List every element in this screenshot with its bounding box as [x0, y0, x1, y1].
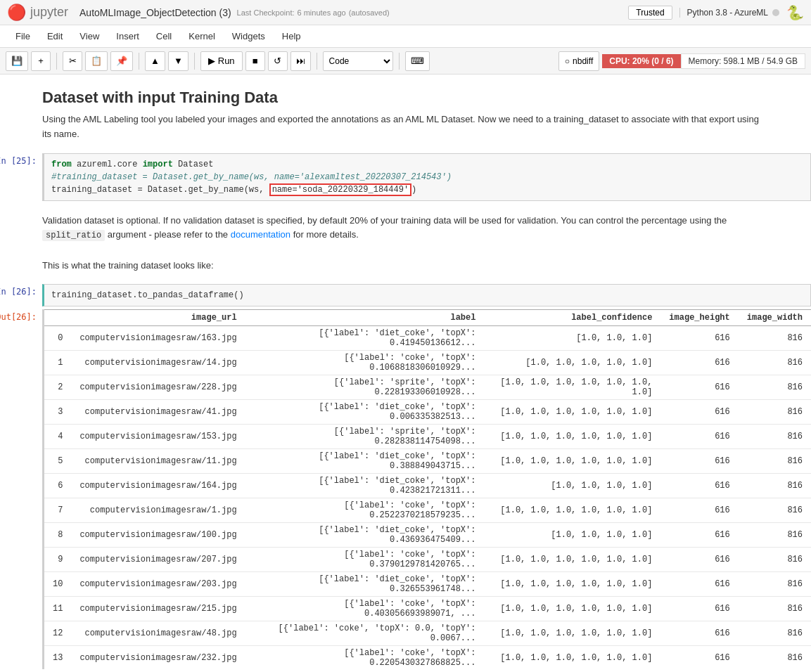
table-cell: 616 [660, 351, 738, 375]
code-comment: #training_dataset = Dataset.get_by_name(… [51, 172, 452, 182]
menu-insert[interactable]: Insert [108, 28, 148, 44]
table-row: 10computervisionimagesraw/203.jpg[{'labe… [44, 572, 811, 597]
cell-25-left: In [25]: [0, 153, 42, 201]
cell-26-input[interactable]: training_dataset.to_pandas_dataframe() [42, 284, 811, 306]
run-label: Run [218, 56, 235, 66]
save-button[interactable]: 💾 [6, 51, 28, 71]
code-line-2: #training_dataset = Dataset.get_by_name(… [51, 171, 803, 183]
table-row: 11computervisionimagesraw/215.jpg[{'labe… [44, 597, 811, 621]
kernel-status-dot [772, 9, 779, 16]
menu-kernel[interactable]: Kernel [180, 28, 224, 44]
table-cell: computervisionimagesraw/232.jpg [71, 646, 245, 669]
cell-25-prompt: In [25]: [0, 156, 37, 166]
menu-cell[interactable]: Cell [148, 28, 180, 44]
run-button[interactable]: ▶ Run [200, 51, 243, 71]
table-cell: 7 [44, 498, 71, 523]
table-cell: 8 [44, 523, 71, 548]
table-cell: computervisionimagesraw/228.jpg [71, 375, 245, 400]
table-cell: [{'label': 'coke', 'topX': 0.37901297814… [245, 548, 485, 572]
restart-button[interactable]: ↺ [268, 51, 288, 71]
trusted-button[interactable]: Trusted [628, 6, 672, 20]
table-cell: 816 [739, 351, 811, 375]
python-icon: 🐍 [786, 4, 804, 21]
output-26-right: image_url label label_confidence image_h… [42, 309, 811, 669]
table-cell: [{'label': 'diet_coke', 'topX': 0.436936… [245, 523, 485, 548]
cut-button[interactable]: ✂ [63, 51, 82, 71]
table-row: 1computervisionimagesraw/14.jpg[{'label'… [44, 351, 811, 375]
table-cell: 616 [660, 474, 738, 498]
table-cell: 816 [739, 523, 811, 548]
table-cell: 616 [660, 449, 738, 474]
table-cell: [{'label': 'coke', 'topX': 0.10688183060… [245, 351, 485, 375]
table-cell: [{'label': 'diet_coke', 'topX': 0.006335… [245, 400, 485, 425]
kernel-info: Python 3.8 - AzureML [679, 8, 779, 18]
checkpoint-label: Last Checkpoint: [237, 8, 295, 17]
table-cell: computervisionimagesraw/215.jpg [71, 597, 245, 621]
run-icon: ▶ [208, 56, 215, 66]
toolbar-separator-1 [56, 53, 57, 70]
table-row: 13computervisionimagesraw/232.jpg[{'labe… [44, 646, 811, 669]
nbdiff-button[interactable]: ○ nbdiff [558, 51, 599, 71]
cell-type-select[interactable]: Code Markdown Raw [323, 51, 393, 71]
code-prefix: training_dataset = Dataset.get_by_name(w… [51, 185, 269, 195]
text5-content: This is what the training dataset looks … [42, 260, 214, 271]
table-cell: 13 [44, 646, 71, 669]
keyboard-button[interactable]: ⌨ [405, 51, 430, 71]
table-cell: 6 [44, 474, 71, 498]
col-index [44, 310, 71, 326]
table-cell: 616 [660, 326, 738, 351]
table-cell: [1.0, 1.0, 1.0, 1.0] [484, 523, 660, 548]
cell-25-input[interactable]: from azureml.core import Dataset #traini… [42, 153, 811, 201]
jupyter-logo-icon: 🔴 [7, 4, 26, 22]
kw-import: import [143, 160, 173, 169]
table-row: 9computervisionimagesraw/207.jpg[{'label… [44, 548, 811, 572]
menu-edit[interactable]: Edit [39, 28, 71, 44]
cell-25-right[interactable]: from azureml.core import Dataset #traini… [42, 153, 811, 201]
table-cell: [1.0, 1.0, 1.0, 1.0] [484, 474, 660, 498]
table-cell: 816 [739, 400, 811, 425]
table-cell: 1 [44, 351, 71, 375]
table-cell: 5 [44, 449, 71, 474]
table-row: 7computervisionimagesraw/1.jpg[{'label':… [44, 498, 811, 523]
table-cell: [1.0, 1.0, 1.0, 1.0, 1.0, 1.0] [484, 425, 660, 449]
col-label-confidence: label_confidence [484, 310, 660, 326]
output-26-left: Out[26]: [0, 309, 42, 669]
table-cell: 816 [739, 597, 811, 621]
documentation-link[interactable]: documentation [231, 229, 290, 240]
code-line-1: from azureml.core import Dataset [51, 158, 803, 171]
table-cell: [{'label': 'diet_coke', 'topX': 0.326553… [245, 572, 485, 597]
table-cell: [1.0, 1.0, 1.0, 1.0, 1.0, 1.0] [484, 498, 660, 523]
menu-widgets[interactable]: Widgets [224, 28, 274, 44]
table-cell: 816 [739, 621, 811, 646]
paste-button[interactable]: 📌 [110, 51, 133, 71]
move-down-button[interactable]: ▼ [168, 51, 189, 71]
table-cell: 816 [739, 375, 811, 400]
table-cell: [{'label': 'diet_coke', 'topX': 0.388849… [245, 449, 485, 474]
menu-view[interactable]: View [71, 28, 108, 44]
copy-button[interactable]: 📋 [85, 51, 108, 71]
toolbar-separator-4 [317, 53, 317, 70]
cell-26-right[interactable]: training_dataset.to_pandas_dataframe() [42, 284, 811, 306]
dataframe-table: image_url label label_confidence image_h… [44, 309, 811, 669]
table-row: 6computervisionimagesraw/164.jpg[{'label… [44, 474, 811, 498]
table-cell: [{'label': 'coke', 'topX': 0.22054303278… [245, 646, 485, 669]
move-up-button[interactable]: ▲ [145, 51, 165, 71]
cell-25: In [25]: from azureml.core import Datase… [0, 153, 811, 201]
table-cell: 616 [660, 572, 738, 597]
section-text-3: This is what the training dataset looks … [0, 252, 811, 282]
checkpoint-time: 6 minutes ago [298, 8, 346, 17]
menu-help[interactable]: Help [274, 28, 309, 44]
menu-file[interactable]: File [7, 28, 39, 44]
split-ratio-code: split_ratio [42, 230, 105, 241]
cell-26: In [26]: training_dataset.to_pandas_data… [0, 284, 811, 306]
table-cell: [1.0, 1.0, 1.0, 1.0, 1.0, 1.0] [484, 548, 660, 572]
table-cell: 816 [739, 548, 811, 572]
toolbar-separator-3 [194, 53, 195, 70]
section-heading: Dataset with input Training Data [0, 75, 811, 112]
col-image-width: image_width [739, 310, 811, 326]
table-cell: [1.0, 1.0, 1.0, 1.0, 1.0, 1.0] [484, 597, 660, 621]
fast-forward-button[interactable]: ⏭ [290, 51, 311, 71]
add-cell-button[interactable]: + [31, 51, 51, 71]
stop-button[interactable]: ■ [245, 51, 265, 71]
table-row: 2computervisionimagesraw/228.jpg[{'label… [44, 375, 811, 400]
